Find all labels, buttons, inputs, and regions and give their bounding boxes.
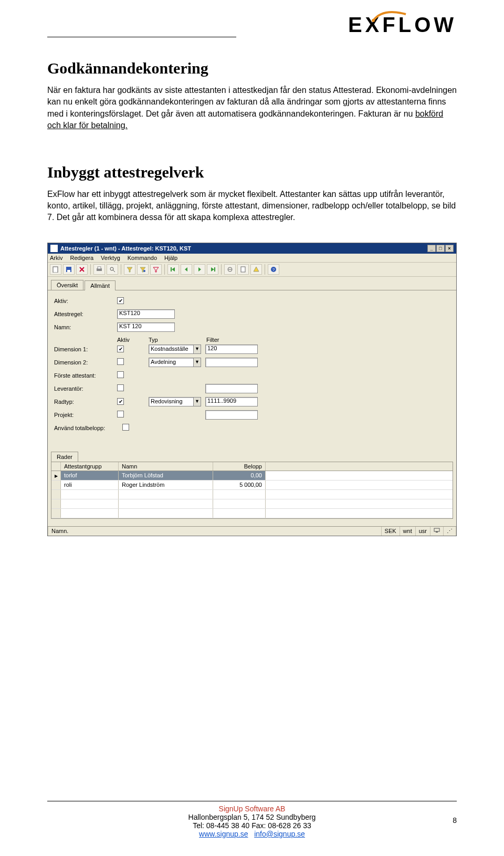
form-panel: Aktiv: ✔ Attestregel: KST120 Namn: KST 1… <box>48 290 456 448</box>
grid-col-belopp[interactable]: Belopp <box>213 462 266 471</box>
label-dim1: Dimension 1: <box>54 346 117 352</box>
checkbox-aktiv[interactable]: ✔ <box>117 297 124 304</box>
label-aktiv: Aktiv: <box>54 298 117 304</box>
label-projekt: Projekt: <box>54 412 117 418</box>
statusbar: Namn. SEK wnt usr ⋰ <box>48 526 456 536</box>
checkbox-dim2[interactable] <box>117 358 124 365</box>
status-company: wnt <box>400 527 416 536</box>
svg-rect-16 <box>434 528 439 531</box>
grid-row[interactable]: torlof Torbjörn Löfstad 0,00 <box>51 471 453 481</box>
toolbar-filter2-icon[interactable] <box>137 264 149 275</box>
input-dim1-filter[interactable]: 120 <box>205 345 258 354</box>
toolbar-link-icon[interactable] <box>224 264 236 275</box>
toolbar-help-icon[interactable]: ? <box>268 264 279 275</box>
grid-row-empty[interactable] <box>51 499 453 509</box>
toolbar: ? <box>48 263 456 277</box>
paragraph-godkannande: När en faktura har godkänts av siste att… <box>47 85 457 132</box>
minimize-button[interactable]: _ <box>427 245 436 252</box>
svg-text:?: ? <box>272 267 275 272</box>
grid-row-empty[interactable] <box>51 509 453 518</box>
input-projekt-filter[interactable] <box>205 410 258 420</box>
column-headers: Aktiv Typ Filter <box>54 337 450 343</box>
toolbar-first-icon[interactable] <box>167 264 179 275</box>
svg-point-0 <box>372 19 375 22</box>
input-attestregel[interactable]: KST120 <box>117 309 175 319</box>
col-header-typ: Typ <box>149 337 206 343</box>
tab-allmant[interactable]: Allmänt <box>85 280 116 290</box>
chevron-down-icon: ▼ <box>193 345 201 353</box>
menu-arkiv[interactable]: Arkiv <box>50 255 62 261</box>
toolbar-filter-icon[interactable] <box>124 264 135 275</box>
input-lev-filter[interactable] <box>205 384 258 393</box>
window-icon <box>50 245 58 252</box>
grid-header: Attestantgrupp Namn Belopp <box>51 462 453 471</box>
maximize-button[interactable]: □ <box>436 245 445 252</box>
input-dim2-filter[interactable] <box>205 358 258 367</box>
input-namn[interactable]: KST 120 <box>117 322 175 332</box>
heading-inbyggt: Inbyggt attestregelverk <box>47 163 457 181</box>
attestregler-window: Attestregler (1 - wnt) - Attestregel: KS… <box>47 243 457 536</box>
grid-cell: roli <box>61 481 119 489</box>
footer-link-email[interactable]: info@signup.se <box>254 830 305 838</box>
label-totalbelopp: Använd totalbelopp: <box>54 425 122 431</box>
checkbox-radtyp[interactable]: ✔ <box>117 398 124 405</box>
rader-section: Rader Attestantgrupp Namn Belopp torlof … <box>48 448 456 519</box>
status-usr: usr <box>416 527 430 536</box>
footer-link-www: www.signup.se <box>199 830 248 838</box>
toolbar-last-icon[interactable] <box>207 264 218 275</box>
select-dim2[interactable]: Avdelning▼ <box>149 358 201 367</box>
select-radtyp[interactable]: Redovisning▼ <box>149 397 201 406</box>
menu-redigera[interactable]: Redigera <box>70 255 93 261</box>
chevron-down-icon: ▼ <box>193 358 201 367</box>
svg-line-7 <box>113 270 115 272</box>
label-forste: Förste attestant: <box>54 372 117 379</box>
col-header-aktiv: Aktiv <box>117 337 149 343</box>
menu-kommando[interactable]: Kommando <box>128 255 157 261</box>
menu-hjalp[interactable]: Hjälp <box>164 255 177 261</box>
rader-grid: Attestantgrupp Namn Belopp torlof Torbjö… <box>51 462 453 519</box>
checkbox-dim1[interactable]: ✔ <box>117 346 124 352</box>
svg-rect-1 <box>53 267 58 273</box>
toolbar-save-icon[interactable] <box>63 264 75 275</box>
footer-address: Hallonbergsplan 5, 174 52 Sundbyberg <box>47 813 457 821</box>
toolbar-warn-icon[interactable] <box>250 264 262 275</box>
paragraph-inbyggt: ExFlow har ett inbyggt attestregelverk s… <box>47 189 457 224</box>
svg-rect-9 <box>171 267 172 272</box>
checkbox-projekt[interactable] <box>117 411 124 417</box>
heading-godkannande: Godkännandekontering <box>47 59 457 77</box>
tab-rader[interactable]: Rader <box>51 452 78 462</box>
grid-cell: 0,00 <box>213 471 266 480</box>
grid-cell: torlof <box>61 471 119 480</box>
close-button[interactable]: × <box>445 245 454 252</box>
tab-oversikt[interactable]: Översikt <box>51 280 83 290</box>
toolbar-separator <box>221 264 222 275</box>
toolbar-prev-icon[interactable] <box>181 264 192 275</box>
grid-cell: 5 000,00 <box>213 481 266 489</box>
toolbar-next-icon[interactable] <box>194 264 205 275</box>
grid-cell: Roger Lindström <box>119 481 213 489</box>
grid-row-empty[interactable] <box>51 490 453 499</box>
toolbar-doc-icon[interactable] <box>237 264 249 275</box>
toolbar-new-icon[interactable] <box>50 264 61 275</box>
toolbar-clearfilter-icon[interactable] <box>150 264 162 275</box>
checkbox-total[interactable] <box>122 424 129 431</box>
exflow-logo: EXFLOW <box>348 13 457 37</box>
status-text: Namn. <box>48 527 382 536</box>
status-monitor-icon <box>430 527 444 536</box>
toolbar-separator <box>90 264 91 275</box>
select-dim1[interactable]: Kostnadsställe▼ <box>149 345 201 354</box>
grid-col-grupp[interactable]: Attestantgrupp <box>61 462 119 471</box>
toolbar-delete-icon[interactable] <box>76 264 88 275</box>
grid-cell: Torbjörn Löfstad <box>119 471 213 480</box>
toolbar-preview-icon[interactable] <box>107 264 118 275</box>
label-radtyp: Radtyp: <box>54 399 117 405</box>
grid-row[interactable]: roli Roger Lindström 5 000,00 <box>51 481 453 490</box>
checkbox-lev[interactable] <box>117 384 124 391</box>
toolbar-separator <box>121 264 121 275</box>
checkbox-forste[interactable] <box>117 371 124 378</box>
menu-verktyg[interactable]: Verktyg <box>101 255 120 261</box>
grid-col-namn[interactable]: Namn <box>119 462 213 471</box>
svg-rect-10 <box>214 267 215 272</box>
toolbar-print-icon[interactable] <box>93 264 105 275</box>
input-radtyp-filter[interactable]: 1111..9909 <box>205 397 258 406</box>
